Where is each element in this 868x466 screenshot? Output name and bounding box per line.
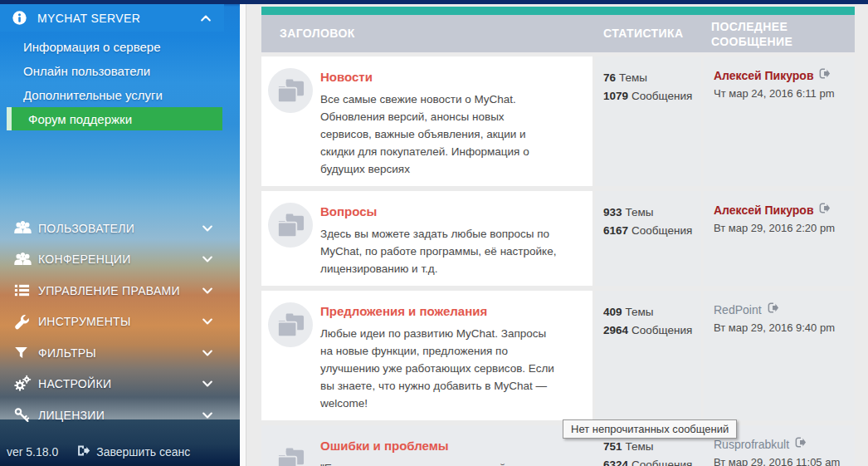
forum-cell-title: Ошибки и проблемы "Если вдруг открылся л… <box>261 425 592 466</box>
tools-wrench-icon <box>13 313 38 331</box>
users-icon <box>13 219 38 237</box>
sidebar-item-3-active[interactable]: Форум поддержки <box>7 107 222 130</box>
forum-topic-description: Любые идеи по развитию MyChat. Запросы н… <box>320 325 558 412</box>
sidebar-section-4[interactable]: ФИЛЬТРЫ <box>0 337 224 369</box>
sidebar-section-6[interactable]: ЛИЦЕНЗИИ <box>0 400 224 431</box>
folder-icon <box>268 203 313 248</box>
forum-cell-last-message: Алексей Пикуров Вт мар 29, 2016 2:20 pm <box>704 191 855 286</box>
forum-topic-title[interactable]: Новости <box>320 70 558 84</box>
sidebar-header-label: MYCHAT SERVER <box>37 12 199 25</box>
sidebar-section-5[interactable]: НАСТРОЙКИ <box>0 369 224 400</box>
messages-label: Сообщения <box>631 224 692 237</box>
sidebar-item-0[interactable]: Информация о сервере <box>0 35 224 59</box>
forum-cell-stats: 76Темы 1079Сообщения <box>595 56 701 186</box>
folder-icon <box>268 437 313 466</box>
topics-label: Темы <box>626 306 654 318</box>
column-header-stats: СТАТИСТИКА <box>603 27 684 40</box>
settings-gears-icon <box>13 375 38 393</box>
last-post-date: Вт мар 29, 2016 2:20 pm <box>714 222 855 234</box>
goto-last-post-icon[interactable] <box>767 302 779 317</box>
goto-last-post-icon[interactable] <box>794 436 807 452</box>
last-post-date: Вт мар 29, 2016 11:05 am <box>714 456 855 466</box>
version-label: ver 5.18.0 <box>7 445 58 459</box>
column-header-last-message: ПОСЛЕДНЕЕ СООБЩЕНИЕ <box>711 19 811 49</box>
topics-label: Темы <box>626 206 654 218</box>
forum-topic-title[interactable]: Ошибки и проблемы <box>320 439 558 453</box>
sidebar: MYCHAT SERVER Информация о сервере Онлай… <box>0 0 240 466</box>
goto-last-post-icon[interactable] <box>818 202 831 218</box>
forum-row: Вопросы Здесь вы можете задать любые воп… <box>261 191 855 286</box>
last-post-author[interactable]: RedPoint <box>714 303 762 316</box>
forum-topic-title[interactable]: Предложения и пожелания <box>320 304 558 318</box>
info-icon <box>12 10 27 26</box>
forum-row: Новости Все самые свежие новости о MyCha… <box>261 56 855 186</box>
sidebar-section-label: НАСТРОЙКИ <box>38 377 201 390</box>
topics-count: 751 <box>603 440 622 453</box>
logout-label: Завершить сеанс <box>96 445 190 459</box>
sidebar-item-label: Форум поддержки <box>28 112 132 126</box>
chevron-down-icon <box>201 253 214 266</box>
forum-cell-stats: 409Темы 2964Сообщения <box>595 291 701 420</box>
last-post-date: Вт мар 29, 2016 9:40 pm <box>714 321 855 334</box>
tooltip-no-unread: Нет непрочитанных сообщений <box>563 419 737 439</box>
topics-count: 76 <box>603 71 616 84</box>
forum-cell-stats: 933Темы 6167Сообщения <box>595 191 701 286</box>
forum-rows: Новости Все самые свежие новости о MyCha… <box>261 56 855 466</box>
panel-teal-bar <box>261 7 855 15</box>
forum-cell-title: Предложения и пожелания Любые идеи по ра… <box>261 291 592 420</box>
sidebar-section-label: ПОЛЬЗОВАТЕЛИ <box>38 222 201 235</box>
sidebar-splitter[interactable] <box>240 4 246 466</box>
forum-row: Ошибки и проблемы "Если вдруг открылся л… <box>261 425 855 466</box>
filter-funnel-icon <box>13 345 38 361</box>
chevron-up-icon <box>199 12 212 25</box>
last-post-author[interactable]: Алексей Пикуров <box>714 69 813 82</box>
chevron-down-icon <box>201 222 214 235</box>
forum-cell-last-message: RedPoint Вт мар 29, 2016 9:40 pm <box>704 291 855 420</box>
column-header-title: ЗАГОЛОВОК <box>280 27 355 40</box>
forum-topic-description: Все самые свежие новости о MyChat. Обнов… <box>320 91 558 178</box>
forum-topic-title[interactable]: Вопросы <box>320 204 558 218</box>
forum-cell-title: Новости Все самые свежие новости о MyCha… <box>261 56 592 186</box>
chevron-down-icon <box>201 377 214 390</box>
sidebar-section-0[interactable]: ПОЛЬЗОВАТЕЛИ <box>0 213 224 244</box>
sidebar-item-2[interactable]: Дополнительные услуги <box>0 83 224 107</box>
messages-label: Сообщения <box>631 90 692 102</box>
topics-count: 933 <box>603 206 622 218</box>
mychat-admin-window: MYCHAT SERVER Информация о сервере Онлай… <box>0 0 868 466</box>
licenses-key-icon <box>13 406 38 424</box>
messages-count: 1079 <box>603 90 628 102</box>
sidebar-section-3[interactable]: ИНСТРУМЕНТЫ <box>0 307 224 338</box>
forum-topic-description: "Если вдруг открылся люк, не пугайся, эт… <box>320 459 558 466</box>
sidebar-item-label: Дополнительные услуги <box>23 88 163 102</box>
forum-cell-title: Вопросы Здесь вы можете задать любые воп… <box>261 191 592 286</box>
messages-count: 2964 <box>603 324 628 336</box>
sidebar-header-mychat-server[interactable]: MYCHAT SERVER <box>0 4 224 32</box>
sidebar-item-label: Информация о сервере <box>23 40 161 54</box>
sidebar-menu: Информация о сервере Онлайн пользователи… <box>0 35 224 130</box>
sidebar-section-label: ФИЛЬТРЫ <box>38 346 201 360</box>
topics-label: Темы <box>626 440 654 453</box>
logout-icon <box>76 444 90 460</box>
goto-last-post-icon[interactable] <box>818 67 831 83</box>
last-post-author[interactable]: Алексей Пикуров <box>714 204 813 217</box>
logout-button[interactable]: Завершить сеанс <box>76 444 190 460</box>
sidebar-item-1[interactable]: Онлайн пользователи <box>0 59 224 83</box>
forum-cell-last-message: Алексей Пикуров Чт мар 24, 2016 6:11 pm <box>704 56 855 186</box>
forum-topic-description: Здесь вы можете задать любые вопросы по … <box>320 225 558 277</box>
sidebar-section-2[interactable]: УПРАВЛЕНИЕ ПРАВАМИ <box>0 275 224 307</box>
sidebar-footer: ver 5.18.0 Завершить сеанс <box>7 444 234 460</box>
conferences-icon <box>13 251 38 268</box>
sidebar-section-1[interactable]: КОНФЕРЕНЦИИ <box>0 244 224 276</box>
topics-label: Темы <box>619 71 647 84</box>
last-post-author[interactable]: Rusprofrabkult <box>714 438 789 451</box>
folder-icon <box>268 68 313 113</box>
sidebar-section-label: УПРАВЛЕНИЕ ПРАВАМИ <box>38 284 201 297</box>
folder-icon <box>268 302 313 347</box>
chevron-down-icon <box>201 346 214 360</box>
messages-count: 6324 <box>603 459 628 466</box>
last-post-date: Чт мар 24, 2016 6:11 pm <box>714 87 855 100</box>
sidebar-section-label: ЛИЦЕНЗИИ <box>38 409 201 422</box>
sidebar-section-label: КОНФЕРЕНЦИИ <box>38 253 201 266</box>
top-navy-bar <box>0 0 868 4</box>
messages-label: Сообщения <box>631 459 692 466</box>
